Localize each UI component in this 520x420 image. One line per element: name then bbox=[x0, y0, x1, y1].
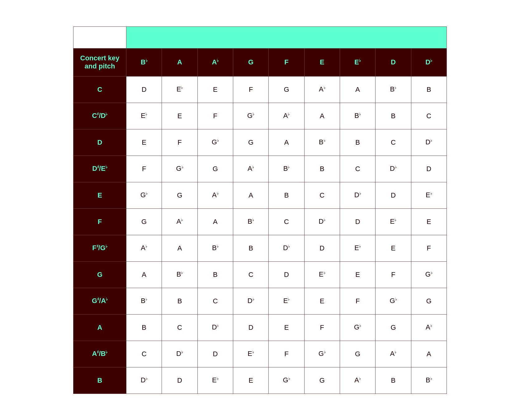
cell-8-6: F bbox=[340, 288, 375, 314]
cell-9-6: G♭ bbox=[340, 314, 375, 341]
cell-7-1: B♭ bbox=[162, 261, 197, 288]
cell-8-1: B bbox=[162, 288, 197, 314]
cell-0-6: A bbox=[340, 76, 375, 103]
table-row: BD♭DE♭EG♭GA♭BB♭ bbox=[73, 367, 447, 394]
header-d: D bbox=[376, 48, 411, 76]
cell-9-5: F bbox=[304, 314, 340, 341]
cell-5-4: C bbox=[269, 208, 304, 235]
cell-2-3: G bbox=[233, 129, 268, 156]
cell-10-2: D bbox=[197, 341, 233, 367]
cell-11-5: G bbox=[304, 367, 340, 394]
cell-4-2: A♭ bbox=[197, 182, 233, 208]
row-header-5: F bbox=[73, 208, 126, 235]
table-row: FGA♭AB♭CD♭DE♭E bbox=[73, 208, 447, 235]
cell-1-0: E♭ bbox=[126, 103, 162, 129]
cell-11-3: E bbox=[233, 367, 268, 394]
cell-9-8: A♭ bbox=[411, 314, 447, 341]
cell-5-2: A bbox=[197, 208, 233, 235]
cell-6-7: E bbox=[376, 235, 411, 261]
cell-1-8: C bbox=[411, 103, 447, 129]
row-header-7: G bbox=[73, 261, 126, 288]
table-row: C♯/D♭E♭EFG♭A♭AB♭BC bbox=[73, 103, 447, 129]
header-e: E bbox=[304, 48, 340, 76]
cell-1-2: F bbox=[197, 103, 233, 129]
cell-10-4: F bbox=[269, 341, 304, 367]
cell-5-7: E♭ bbox=[376, 208, 411, 235]
cell-0-4: G bbox=[269, 76, 304, 103]
row-header-2: D bbox=[73, 129, 126, 156]
cell-9-2: D♭ bbox=[197, 314, 233, 341]
cell-3-2: G bbox=[197, 156, 233, 182]
cell-6-6: E♭ bbox=[340, 235, 375, 261]
cell-3-7: D♭ bbox=[376, 156, 411, 182]
cell-5-8: E bbox=[411, 208, 447, 235]
header-bb: B♭ bbox=[126, 48, 162, 76]
cell-4-4: B bbox=[269, 182, 304, 208]
cell-6-2: B♭ bbox=[197, 235, 233, 261]
cell-4-8: E♭ bbox=[411, 182, 447, 208]
table-title bbox=[126, 26, 447, 48]
cell-3-8: D bbox=[411, 156, 447, 182]
cell-1-5: A bbox=[304, 103, 340, 129]
cell-2-5: B♭ bbox=[304, 129, 340, 156]
row-header-0: C bbox=[73, 76, 126, 103]
header-db: D♭ bbox=[411, 48, 447, 76]
cell-2-6: B bbox=[340, 129, 375, 156]
header-eb: E♭ bbox=[340, 48, 375, 76]
cell-11-2: E♭ bbox=[197, 367, 233, 394]
cell-2-7: C bbox=[376, 129, 411, 156]
cell-1-3: G♭ bbox=[233, 103, 268, 129]
cell-8-8: G bbox=[411, 288, 447, 314]
cell-4-3: A bbox=[233, 182, 268, 208]
cell-5-5: D♭ bbox=[304, 208, 340, 235]
cell-11-4: G♭ bbox=[269, 367, 304, 394]
cell-6-4: D♭ bbox=[269, 235, 304, 261]
cell-7-8: G♭ bbox=[411, 261, 447, 288]
cell-0-3: F bbox=[233, 76, 268, 103]
cell-4-1: G bbox=[162, 182, 197, 208]
cell-4-7: D bbox=[376, 182, 411, 208]
cell-11-6: A♭ bbox=[340, 367, 375, 394]
cell-9-3: D bbox=[233, 314, 268, 341]
cell-10-5: G♭ bbox=[304, 341, 340, 367]
cell-7-3: C bbox=[233, 261, 268, 288]
cell-3-4: B♭ bbox=[269, 156, 304, 182]
cell-2-0: E bbox=[126, 129, 162, 156]
cell-3-3: A♭ bbox=[233, 156, 268, 182]
cell-8-7: G♭ bbox=[376, 288, 411, 314]
cell-4-5: C bbox=[304, 182, 340, 208]
row-header-9: A bbox=[73, 314, 126, 341]
table-row: GAB♭BCDE♭EFG♭ bbox=[73, 261, 447, 288]
cell-3-5: B bbox=[304, 156, 340, 182]
table-row: EG♭GA♭ABCD♭DE♭ bbox=[73, 182, 447, 208]
cell-6-0: A♭ bbox=[126, 235, 162, 261]
cell-7-2: B bbox=[197, 261, 233, 288]
cell-2-8: D♭ bbox=[411, 129, 447, 156]
cell-4-0: G♭ bbox=[126, 182, 162, 208]
table-row: G♯/A♭B♭BCD♭E♭EFG♭G bbox=[73, 288, 447, 314]
cell-0-2: E bbox=[197, 76, 233, 103]
cell-10-6: G bbox=[340, 341, 375, 367]
cell-2-2: G♭ bbox=[197, 129, 233, 156]
cell-11-1: D bbox=[162, 367, 197, 394]
cell-0-7: B♭ bbox=[376, 76, 411, 103]
header-ab: A♭ bbox=[197, 48, 233, 76]
table-row: F♯/G♭A♭AB♭BD♭DE♭EF bbox=[73, 235, 447, 261]
cell-3-1: G♭ bbox=[162, 156, 197, 182]
cell-0-8: B bbox=[411, 76, 447, 103]
cell-4-6: D♭ bbox=[340, 182, 375, 208]
cell-1-7: B bbox=[376, 103, 411, 129]
row-header-6: F♯/G♭ bbox=[73, 235, 126, 261]
cell-7-0: A bbox=[126, 261, 162, 288]
cell-0-1: E♭ bbox=[162, 76, 197, 103]
header-a: A bbox=[162, 48, 197, 76]
table-row: ABCD♭DEFG♭GA♭ bbox=[73, 314, 447, 341]
row-header-1: C♯/D♭ bbox=[73, 103, 126, 129]
header-row: Concert keyand pitch B♭ A A♭ G F E E♭ D … bbox=[73, 48, 447, 76]
row-header-10: A♯/B♭ bbox=[73, 341, 126, 367]
cell-3-6: C bbox=[340, 156, 375, 182]
cell-5-1: A♭ bbox=[162, 208, 197, 235]
cell-8-5: E bbox=[304, 288, 340, 314]
cell-0-5: A♭ bbox=[304, 76, 340, 103]
cell-1-1: E bbox=[162, 103, 197, 129]
